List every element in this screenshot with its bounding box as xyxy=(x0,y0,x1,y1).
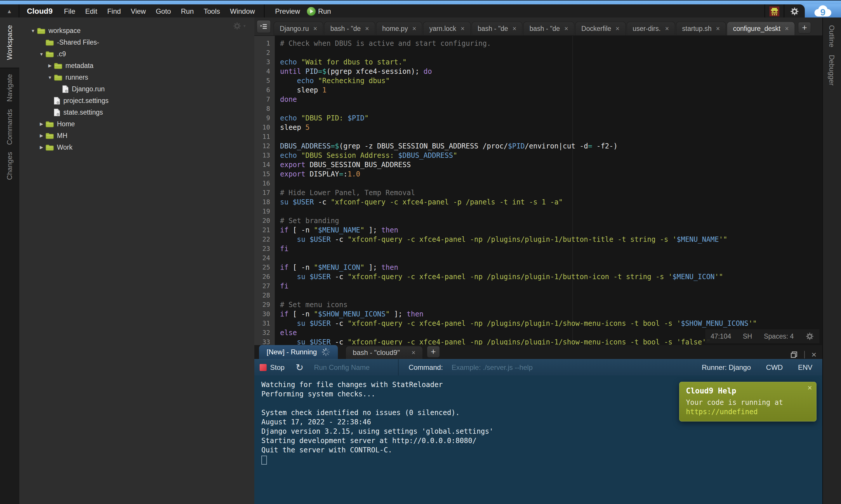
file-icon xyxy=(54,108,60,116)
tab-close-icon[interactable]: × xyxy=(665,25,669,32)
tree-item-project-settings[interactable]: project.settings xyxy=(19,95,254,106)
code-editor[interactable]: 1# Check when DBUS is active and start c… xyxy=(254,36,822,345)
code-text: echo "Wait for dbus to start." xyxy=(275,57,407,67)
menu-item-goto[interactable]: Goto xyxy=(156,7,171,16)
tree-item-state-settings[interactable]: state.settings xyxy=(19,106,254,118)
tab-close-icon[interactable]: × xyxy=(365,25,369,32)
tree-caret-icon[interactable]: ▶ xyxy=(38,121,45,127)
line-number: 12 xyxy=(254,142,275,151)
code-text xyxy=(275,291,280,300)
tree-caret-icon[interactable]: ▼ xyxy=(29,28,37,33)
code-text: # Check when DBUS is active and start co… xyxy=(275,39,491,48)
menu-item-window[interactable]: Window xyxy=(230,7,255,16)
menu-item-file[interactable]: File xyxy=(64,7,75,16)
tree-caret-icon[interactable]: ▼ xyxy=(46,75,54,80)
tree-caret-icon[interactable]: ▶ xyxy=(38,133,45,138)
editor-tab-yarn-lock[interactable]: yarn.lock× xyxy=(423,22,470,35)
syntax-mode[interactable]: SH xyxy=(743,332,752,340)
tree-caret-icon[interactable]: ▶ xyxy=(38,145,45,150)
run-config-name-input[interactable] xyxy=(313,363,391,372)
navigate-label: Navigate xyxy=(5,74,14,102)
editor-tab-bash-de[interactable]: bash - "de× xyxy=(523,22,574,35)
cloud9-ide: ▲ Cloud9 FileEditFindViewGotoRunToolsWin… xyxy=(0,0,841,504)
tree-caret-icon[interactable]: ▼ xyxy=(38,52,45,57)
menu-item-view[interactable]: View xyxy=(131,7,146,16)
notification-link[interactable]: https://undefined xyxy=(686,408,758,416)
run-button[interactable]: Run xyxy=(307,7,331,16)
editor-tab-configure-deskt[interactable]: configure_deskt× xyxy=(727,22,795,35)
editor-tab-dockerfile[interactable]: Dockerfile× xyxy=(575,22,626,35)
notification-body: Your code is running at https://undefine… xyxy=(686,398,810,416)
preferences-button[interactable] xyxy=(784,4,805,18)
indent-setting[interactable]: Spaces: 4 xyxy=(764,332,794,340)
code-line: 31 su $USER -c "xfconf-query -c xfce4-pa… xyxy=(254,319,822,328)
editor-tab-home-py[interactable]: home.py× xyxy=(376,22,423,35)
line-number: 23 xyxy=(254,244,275,253)
tab-list-button[interactable] xyxy=(257,20,271,33)
editor-tab-bash-de[interactable]: bash - "de× xyxy=(471,22,523,35)
sidebar-tab-workspace[interactable]: Workspace xyxy=(0,18,19,68)
console-tab-bash[interactable]: bash - "cloud9" × xyxy=(345,346,423,359)
editor-tab-startup-sh[interactable]: startup.sh× xyxy=(676,22,726,35)
tab-close-icon[interactable]: × xyxy=(564,25,568,32)
stop-button[interactable]: Stop xyxy=(270,363,285,372)
tab-close-icon[interactable]: × xyxy=(716,25,720,32)
command-input[interactable] xyxy=(451,363,581,372)
file-tree-panel: ▾ ▼workspace-Shared Files-▼.c9▶metadata▼… xyxy=(19,18,254,504)
tree-item-django-run[interactable]: Django.run xyxy=(19,83,254,95)
sidebar-tab-changes[interactable]: Changes xyxy=(0,146,19,185)
close-console-icon[interactable]: × xyxy=(811,350,817,359)
code-line: 2 xyxy=(254,48,822,57)
notification-close-icon[interactable]: × xyxy=(807,384,812,392)
menu-item-run[interactable]: Run xyxy=(181,7,194,16)
cursor-position[interactable]: 47:104 xyxy=(710,332,731,340)
maximize-icon[interactable] xyxy=(790,351,798,358)
code-text: else xyxy=(275,328,297,338)
tab-close-icon[interactable]: × xyxy=(412,25,416,32)
tree-caret-icon[interactable]: ▶ xyxy=(46,63,54,68)
cwd-button[interactable]: CWD xyxy=(766,363,783,372)
tab-close-icon[interactable]: × xyxy=(785,25,789,32)
tree-item-work[interactable]: ▶Work xyxy=(19,142,254,153)
editor-tabs: Django.ru×bash - "de×home.py×yarn.lock×b… xyxy=(274,22,796,35)
terminal-output[interactable]: Watching for file changes with StatReloa… xyxy=(254,375,822,504)
tree-item--c9[interactable]: ▼.c9 xyxy=(19,48,254,60)
sidebar-tab-debugger[interactable]: Debugger xyxy=(827,55,836,86)
tab-close-icon[interactable]: × xyxy=(461,25,464,32)
tree-item-home[interactable]: ▶Home xyxy=(19,118,254,130)
editor-tab-bash-de[interactable]: bash - "de× xyxy=(324,22,375,35)
runner-selector[interactable]: Runner: Django xyxy=(702,363,751,372)
menu-item-find[interactable]: Find xyxy=(107,7,121,16)
line-number: 13 xyxy=(254,151,275,160)
tab-close-icon[interactable]: × xyxy=(513,25,516,32)
collapse-menubar-button[interactable]: ▲ xyxy=(0,4,19,18)
env-button[interactable]: ENV xyxy=(798,363,812,372)
tree-item--shared-files-[interactable]: -Shared Files- xyxy=(19,36,254,48)
close-icon[interactable]: × xyxy=(411,349,415,356)
editor-tab-user-dirs-[interactable]: user-dirs.× xyxy=(627,22,675,35)
add-console-tab-button[interactable]: + xyxy=(427,346,440,358)
menu-item-edit[interactable]: Edit xyxy=(85,7,97,16)
tree-item-workspace[interactable]: ▼workspace xyxy=(19,25,254,36)
add-tab-button[interactable]: + xyxy=(798,22,811,34)
menu-item-tools[interactable]: Tools xyxy=(204,7,220,16)
sidebar-tab-commands[interactable]: Commands xyxy=(0,107,19,146)
line-number: 21 xyxy=(254,226,275,235)
bug-report-button[interactable] xyxy=(765,4,784,18)
tab-close-icon[interactable]: × xyxy=(616,25,619,32)
console-tab-running[interactable]: [New] - Running xyxy=(259,345,338,359)
code-text: su $USER -c "xfconf-query -c xfce4-panel… xyxy=(275,338,710,345)
tree-item-mh[interactable]: ▶MH xyxy=(19,130,254,142)
folder-icon xyxy=(45,39,54,46)
editor-tab-django-ru[interactable]: Django.ru× xyxy=(274,22,323,35)
preview-button[interactable]: Preview xyxy=(275,7,300,16)
sidebar-tab-outline[interactable]: Outline xyxy=(827,25,836,47)
cloud9-menu[interactable]: Cloud9 xyxy=(27,7,53,16)
restart-icon[interactable]: ↻ xyxy=(295,362,304,373)
sidebar-tab-navigate[interactable]: Navigate xyxy=(0,68,19,107)
tree-item-metadata[interactable]: ▶metadata xyxy=(19,60,254,71)
status-settings-button[interactable] xyxy=(805,332,814,341)
code-line: 30if [ -n "$SHOW_MENU_ICONS" ]; then xyxy=(254,309,822,319)
tree-item-runners[interactable]: ▼runners xyxy=(19,71,254,83)
tab-close-icon[interactable]: × xyxy=(313,25,317,32)
